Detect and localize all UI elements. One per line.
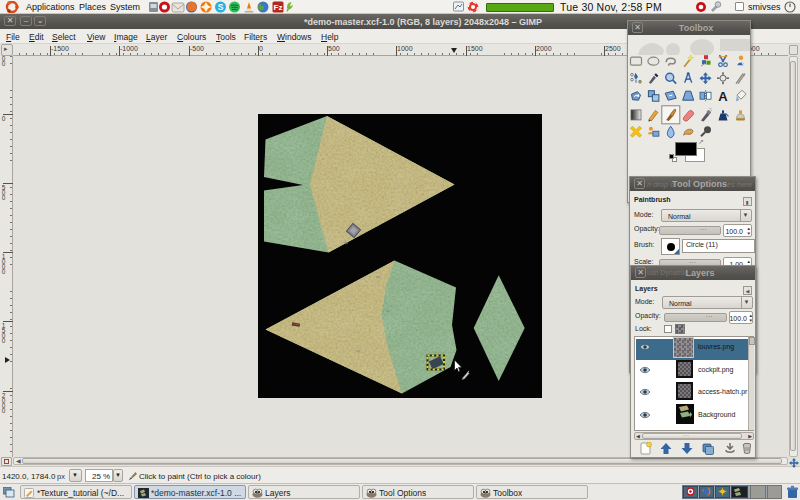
svg-text:Fz: Fz: [274, 3, 283, 12]
svg-text:A: A: [718, 89, 728, 104]
svg-text:S: S: [218, 2, 224, 12]
